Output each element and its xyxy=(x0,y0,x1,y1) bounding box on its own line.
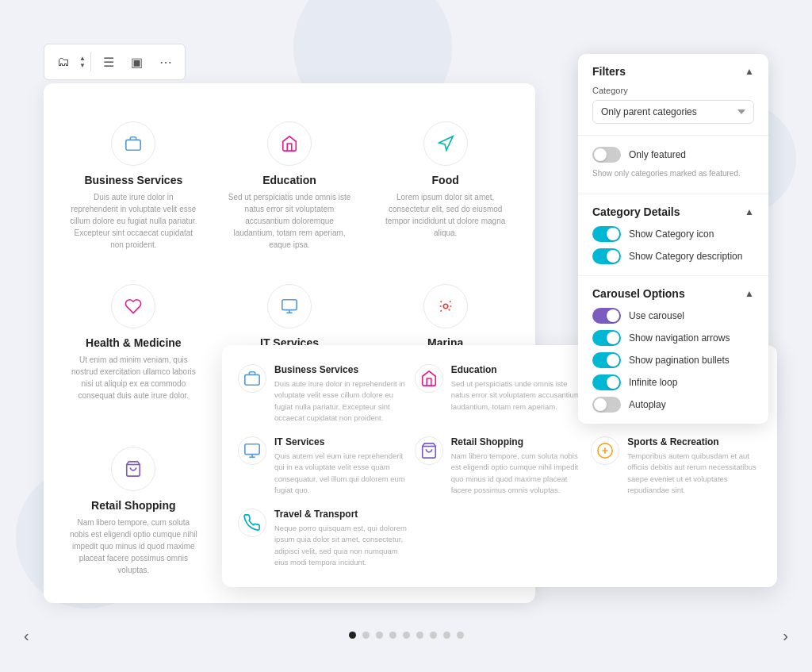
show-nav-toggle[interactable] xyxy=(592,330,621,346)
show-bullets-row: Show pagination bullets xyxy=(592,352,754,368)
list-item-content: Education Sed ut perspiciatis unde omnis… xyxy=(451,364,585,413)
list-item-title: Retail Shopping xyxy=(451,436,585,447)
only-featured-track[interactable] xyxy=(592,147,621,163)
show-desc-row: Show Category description xyxy=(592,248,754,264)
use-carousel-label: Use carousel xyxy=(629,310,754,321)
dot-4[interactable] xyxy=(389,632,396,639)
next-arrow[interactable]: › xyxy=(783,626,788,644)
category-icon-circle xyxy=(267,121,312,166)
carousel-chevron[interactable]: ▲ xyxy=(745,288,754,299)
use-carousel-toggle[interactable] xyxy=(592,308,621,324)
category-icon-circle xyxy=(111,284,155,328)
dot-6[interactable] xyxy=(416,632,423,639)
list-view-button[interactable]: ☰ xyxy=(96,49,121,75)
list-icon-circle xyxy=(415,436,443,465)
only-featured-section: Only featured Show only categories marke… xyxy=(578,136,768,194)
show-icon-toggle[interactable] xyxy=(592,226,621,242)
show-bullets-label: Show pagination bullets xyxy=(629,355,754,366)
category-details-chevron[interactable]: ▲ xyxy=(745,206,754,217)
show-bullets-toggle[interactable] xyxy=(592,352,621,368)
infinite-loop-track[interactable] xyxy=(592,374,621,390)
show-nav-track[interactable] xyxy=(592,330,621,346)
list-category-item: Travel & Transport Neque porro quisquam … xyxy=(238,509,408,568)
category-details-header: Category Details ▲ xyxy=(592,205,754,218)
dot-8[interactable] xyxy=(443,632,450,639)
category-icon-circle xyxy=(267,284,312,328)
show-icon-track[interactable] xyxy=(592,226,621,242)
category-details-title: Category Details xyxy=(592,205,680,218)
list-icon-circle xyxy=(238,509,266,537)
list-category-item: Retail Shopping Nam libero tempore, cum … xyxy=(415,436,585,496)
dot-7[interactable] xyxy=(430,632,437,639)
list-item-desc: Temporibus autem quibusdam et aut offici… xyxy=(627,451,761,496)
toolbar: 🗂 ▲ ▼ ☰ ▣ ⋯ xyxy=(44,44,186,80)
use-carousel-track[interactable] xyxy=(592,308,621,324)
divider-1 xyxy=(90,52,91,71)
category-select[interactable]: Only parent categories All categories Fe… xyxy=(592,100,754,124)
show-bullets-thumb xyxy=(607,354,619,367)
grid-view-button[interactable]: ▣ xyxy=(124,49,150,75)
carousel-section: Carousel Options ▲ Use carousel Show nav… xyxy=(578,276,768,424)
category-desc: Ut enim ad minim veniam, quis nostrud ex… xyxy=(69,354,198,401)
show-icon-row: Show Category icon xyxy=(592,226,754,242)
list-icon-circle xyxy=(415,364,443,393)
show-desc-label: Show Category description xyxy=(629,251,754,262)
grid-category-item: Retail Shopping Nam libero tempore, cum … xyxy=(59,432,208,587)
list-item-title: Education xyxy=(451,364,585,375)
sort-buttons: ▲ ▼ xyxy=(79,56,86,69)
infinite-loop-row: Infinite loop xyxy=(592,374,754,390)
use-carousel-row: Use carousel xyxy=(592,308,754,324)
prev-arrow[interactable]: ‹ xyxy=(24,626,29,644)
autoplay-thumb xyxy=(594,398,607,411)
dot-3[interactable] xyxy=(376,632,383,639)
sort-up-icon[interactable]: ▲ xyxy=(79,56,86,62)
autoplay-track[interactable] xyxy=(592,397,621,413)
autoplay-toggle[interactable] xyxy=(592,397,621,413)
dot-5[interactable] xyxy=(403,632,410,639)
category-title: Retail Shopping xyxy=(91,499,176,512)
list-category-item: Business Services Duis aute irure dolor … xyxy=(238,364,408,424)
dot-1[interactable] xyxy=(349,632,356,639)
more-icon: ⋯ xyxy=(159,55,172,70)
show-desc-track[interactable] xyxy=(592,248,621,264)
list-item-title: IT Services xyxy=(274,436,408,447)
infinite-loop-label: Infinite loop xyxy=(629,377,754,388)
filters-chevron[interactable]: ▲ xyxy=(745,66,754,77)
use-carousel-thumb xyxy=(607,309,619,322)
more-button[interactable]: ⋯ xyxy=(153,49,178,75)
show-nav-label: Show navigation arrows xyxy=(629,332,754,344)
show-desc-toggle[interactable] xyxy=(592,248,621,264)
svg-point-4 xyxy=(443,304,448,309)
list-item-desc: Sed ut perspiciatis unde omnis iste natu… xyxy=(451,378,585,413)
category-icon-circle xyxy=(111,447,155,491)
list-icon-circle xyxy=(238,364,266,393)
dot-2[interactable] xyxy=(362,632,370,639)
sort-down-icon[interactable]: ▼ xyxy=(79,63,86,69)
show-desc-thumb xyxy=(607,250,619,263)
category-label: Category xyxy=(592,86,754,95)
list-category-item: Education Sed ut perspiciatis unde omnis… xyxy=(415,364,585,424)
list-item-desc: Nam libero tempore, cum soluta nobis est… xyxy=(451,451,585,496)
list-item-content: Retail Shopping Nam libero tempore, cum … xyxy=(451,436,585,496)
category-icon-circle xyxy=(423,121,468,166)
show-nav-thumb xyxy=(607,332,619,344)
only-featured-toggle[interactable] xyxy=(592,147,621,163)
list-item-content: Sports & Recreation Temporibus autem qui… xyxy=(627,436,761,496)
svg-rect-0 xyxy=(126,140,140,150)
list-item-desc: Duis aute irure dolor in reprehenderit i… xyxy=(274,378,408,424)
infinite-loop-toggle[interactable] xyxy=(592,374,621,390)
grid-category-item: Business Services Duis aute irure dolor … xyxy=(59,107,208,262)
folder-button[interactable]: 🗂 xyxy=(51,49,76,75)
autoplay-row: Autoplay xyxy=(592,397,754,413)
autoplay-label: Autoplay xyxy=(629,399,754,410)
show-bullets-track[interactable] xyxy=(592,352,621,368)
dot-9[interactable] xyxy=(457,632,464,639)
list-category-item: Sports & Recreation Temporibus autem qui… xyxy=(591,436,761,496)
list-item-title: Business Services xyxy=(274,364,408,375)
category-desc: Sed ut perspiciatis unde omnis iste natu… xyxy=(225,191,354,251)
grid-category-item: Health & Medicine Ut enim ad minim venia… xyxy=(59,270,208,424)
category-title: Health & Medicine xyxy=(86,336,182,349)
category-desc: Nam libero tempore, cum soluta nobis est… xyxy=(69,516,198,576)
filters-header: Filters ▲ xyxy=(592,65,754,78)
show-nav-row: Show navigation arrows xyxy=(592,330,754,346)
